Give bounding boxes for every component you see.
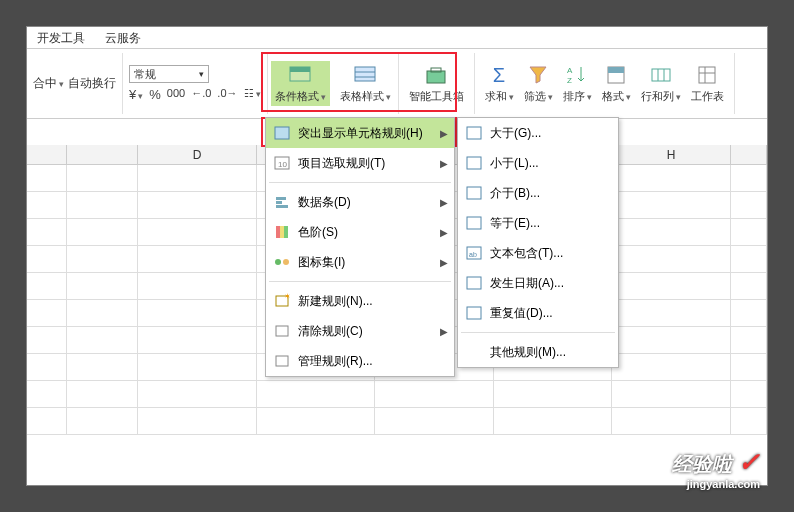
- menu-between[interactable]: 介于(B)...: [458, 178, 618, 208]
- wrap-text-button[interactable]: 自动换行: [68, 75, 116, 92]
- svg-rect-30: [276, 326, 288, 336]
- highlight-rules-submenu: 大于(G)... 小于(L)... 介于(B)... 等于(E)... ab 文…: [457, 117, 619, 368]
- check-icon: ✓: [738, 447, 760, 477]
- percent-button[interactable]: %: [149, 87, 161, 102]
- svg-text:ab: ab: [469, 251, 477, 258]
- ribbon: 合中 自动换行 常规▾ ¥ % 000 ←.0 .0→ ☷ 条件格式 表格样式: [27, 49, 767, 119]
- svg-rect-25: [284, 226, 288, 238]
- smart-toolbox-button[interactable]: 智能工具箱: [405, 61, 468, 106]
- sort-button[interactable]: AZ 排序: [559, 61, 596, 106]
- group-number: 常规▾ ¥ % 000 ←.0 .0→ ☷: [123, 53, 268, 114]
- app-window: 开发工具 云服务 合中 自动换行 常规▾ ¥ % 000 ←.0 .0→ ☷ 条: [26, 26, 768, 486]
- top-rules-icon: 10: [274, 155, 290, 171]
- ribbon-tabs: 开发工具 云服务: [27, 27, 767, 49]
- svg-rect-33: [467, 157, 481, 169]
- comma-style-button[interactable]: 000: [167, 87, 185, 102]
- format-painter-button[interactable]: ☷: [244, 87, 261, 102]
- menu-date[interactable]: 发生日期(A)...: [458, 268, 618, 298]
- svg-rect-22: [276, 205, 288, 208]
- svg-rect-5: [427, 71, 445, 83]
- text-icon: ab: [466, 245, 482, 261]
- svg-rect-24: [280, 226, 284, 238]
- svg-rect-23: [276, 226, 280, 238]
- svg-rect-14: [699, 67, 715, 83]
- menu-other-rules[interactable]: 其他规则(M)...: [458, 337, 618, 367]
- dup-icon: [466, 305, 482, 321]
- table-style-button[interactable]: 表格样式: [336, 61, 395, 106]
- increase-decimal-button[interactable]: ←.0: [191, 87, 211, 102]
- menu-iconsets[interactable]: 图标集(I)▶: [266, 247, 454, 277]
- number-format-combo[interactable]: 常规▾: [129, 65, 209, 83]
- svg-rect-1: [290, 67, 310, 72]
- svg-text:✶: ✶: [284, 293, 290, 301]
- svg-point-26: [275, 259, 281, 265]
- format-icon: [604, 63, 628, 87]
- svg-rect-39: [467, 307, 481, 319]
- sheet-icon: [695, 63, 719, 87]
- rowcol-icon: [649, 63, 673, 87]
- watermark: 经验啦 ✓ jingyanla.com: [672, 447, 760, 490]
- svg-rect-38: [467, 277, 481, 289]
- svg-rect-11: [652, 69, 670, 81]
- colorscale-icon: [274, 224, 290, 240]
- lt-icon: [466, 155, 482, 171]
- svg-rect-32: [467, 127, 481, 139]
- tab-devtools[interactable]: 开发工具: [27, 27, 95, 48]
- menu-top-rules[interactable]: 10 项目选取规则(T)▶: [266, 148, 454, 178]
- highlight-icon: [274, 125, 290, 141]
- newrule-icon: ✶: [274, 293, 290, 309]
- svg-rect-17: [275, 127, 289, 139]
- format-button[interactable]: 格式: [598, 61, 635, 106]
- rowcol-button[interactable]: 行和列: [637, 61, 685, 106]
- svg-rect-21: [276, 201, 282, 204]
- merge-center-button[interactable]: 合中: [33, 75, 64, 92]
- menu-highlight-rules[interactable]: 突出显示单元格规则(H)▶: [266, 118, 454, 148]
- svg-text:A: A: [567, 66, 573, 75]
- sheet-button[interactable]: 工作表: [687, 61, 728, 106]
- svg-rect-20: [276, 197, 286, 200]
- conditional-format-menu: 突出显示单元格规则(H)▶ 10 项目选取规则(T)▶ 数据条(D)▶ 色阶(S…: [265, 117, 455, 377]
- menu-manage-rules[interactable]: 管理规则(R)...: [266, 346, 454, 376]
- group-align: 合中 自动换行: [27, 53, 123, 114]
- sum-button[interactable]: Σ 求和: [481, 62, 518, 106]
- svg-rect-35: [467, 217, 481, 229]
- svg-rect-10: [608, 67, 624, 73]
- sigma-icon: Σ: [493, 64, 505, 87]
- currency-button[interactable]: ¥: [129, 87, 143, 102]
- filter-button[interactable]: 筛选: [520, 61, 557, 106]
- menu-clear-rules[interactable]: 清除规则(C)▶: [266, 316, 454, 346]
- menu-new-rule[interactable]: ✶ 新建规则(N)...: [266, 286, 454, 316]
- conditional-format-icon: [288, 63, 312, 87]
- svg-rect-31: [276, 356, 288, 366]
- sort-icon: AZ: [565, 63, 589, 87]
- menu-greater-than[interactable]: 大于(G)...: [458, 118, 618, 148]
- tab-cloud[interactable]: 云服务: [95, 27, 151, 48]
- svg-point-27: [283, 259, 289, 265]
- svg-rect-2: [355, 67, 375, 81]
- iconset-icon: [274, 254, 290, 270]
- menu-less-than[interactable]: 小于(L)...: [458, 148, 618, 178]
- svg-text:10: 10: [278, 160, 287, 169]
- date-icon: [466, 275, 482, 291]
- between-icon: [466, 185, 482, 201]
- manage-icon: [274, 353, 290, 369]
- menu-duplicate[interactable]: 重复值(D)...: [458, 298, 618, 328]
- svg-rect-34: [467, 187, 481, 199]
- col-d[interactable]: D: [138, 145, 256, 164]
- decrease-decimal-button[interactable]: .0→: [217, 87, 237, 102]
- svg-text:Z: Z: [567, 76, 572, 85]
- col-h[interactable]: H: [612, 145, 730, 164]
- toolbox-icon: [424, 63, 448, 87]
- menu-equal[interactable]: 等于(E)...: [458, 208, 618, 238]
- menu-text-contains[interactable]: ab 文本包含(T)...: [458, 238, 618, 268]
- conditional-format-button[interactable]: 条件格式: [271, 61, 330, 106]
- table-style-icon: [353, 63, 377, 87]
- menu-colorscales[interactable]: 色阶(S)▶: [266, 217, 454, 247]
- gt-icon: [466, 125, 482, 141]
- databar-icon: [274, 194, 290, 210]
- menu-databars[interactable]: 数据条(D)▶: [266, 187, 454, 217]
- clear-icon: [274, 323, 290, 339]
- group-toolbox: 智能工具箱: [399, 53, 475, 114]
- funnel-icon: [526, 63, 550, 87]
- group-styles: 条件格式 表格样式: [268, 53, 399, 114]
